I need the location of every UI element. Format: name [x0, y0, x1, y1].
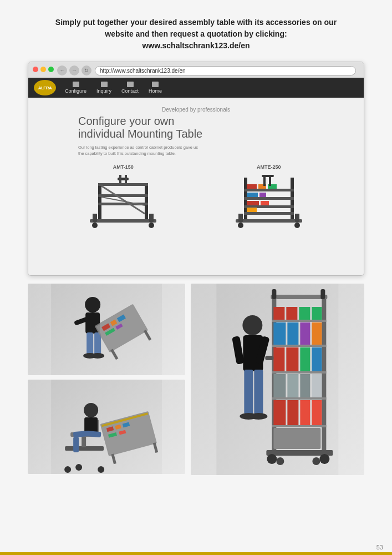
person-sitting-svg	[28, 380, 185, 474]
product-amte250-label: AMTE-250	[257, 164, 281, 170]
nav-contact[interactable]: Contact	[121, 82, 139, 94]
browser-mockup: ← → ↻ http://www.schaltschrank123.de/en …	[28, 62, 364, 276]
svg-point-114	[243, 315, 263, 335]
product-amt150-label: AMT-150	[113, 164, 134, 170]
svg-rect-14	[125, 175, 127, 183]
website-navbar: ALFRA Configure Inquiry Contact Home	[28, 78, 364, 98]
svg-rect-118	[266, 356, 274, 360]
minimize-button-dot[interactable]	[40, 67, 46, 72]
svg-rect-80	[271, 295, 328, 299]
photo-person-rack	[191, 284, 364, 475]
svg-rect-31	[247, 201, 259, 205]
svg-rect-91	[299, 307, 310, 320]
nav-contact-label: Contact	[121, 88, 139, 94]
svg-point-85	[320, 454, 330, 464]
svg-rect-107	[312, 374, 322, 397]
header-line3: www.schaltschrank123.de/en	[142, 41, 250, 50]
contact-icon	[127, 82, 134, 87]
svg-point-19	[294, 223, 300, 228]
svg-rect-94	[274, 322, 286, 345]
page: Simply put together your desired assembl…	[0, 0, 392, 555]
svg-point-44	[91, 353, 104, 359]
browser-traffic-lights	[33, 67, 54, 72]
svg-point-57	[64, 466, 71, 473]
svg-point-38	[85, 297, 100, 312]
svg-rect-102	[312, 347, 322, 371]
svg-rect-42	[94, 332, 101, 355]
svg-rect-1	[93, 214, 97, 222]
nav-inquiry[interactable]: Inquiry	[96, 82, 111, 94]
amt150-image	[87, 172, 159, 233]
svg-rect-6	[145, 183, 148, 219]
svg-rect-5	[98, 183, 101, 219]
svg-line-10	[101, 186, 145, 214]
header-line1: Simply put together your desired assembl…	[55, 18, 337, 27]
nav-inquiry-label: Inquiry	[96, 88, 111, 94]
person-rack-svg	[191, 284, 364, 475]
photos-left	[28, 284, 185, 474]
product-amt150: AMT-150	[87, 164, 159, 233]
home-icon	[152, 82, 159, 87]
nav-home-label: Home	[149, 88, 162, 94]
svg-point-55	[75, 464, 82, 471]
svg-rect-41	[86, 332, 93, 355]
svg-rect-119	[245, 370, 253, 414]
svg-rect-8	[98, 194, 148, 197]
address-bar[interactable]: http://www.schaltschrank123.de/en	[95, 66, 356, 75]
back-button[interactable]: ←	[57, 65, 67, 75]
forward-button[interactable]: →	[69, 65, 79, 75]
svg-rect-88	[272, 320, 327, 322]
svg-rect-26	[247, 184, 257, 189]
svg-rect-16	[238, 214, 243, 222]
header-text: Simply put together your desired assembl…	[33, 17, 359, 52]
svg-rect-92	[312, 307, 322, 320]
svg-rect-108	[272, 425, 327, 427]
inquiry-icon	[101, 82, 108, 87]
svg-rect-120	[254, 370, 263, 414]
svg-rect-33	[247, 208, 257, 212]
website-content: Developed by professionals Configure you…	[28, 98, 364, 275]
svg-rect-30	[259, 193, 266, 197]
svg-rect-23	[244, 197, 294, 200]
svg-rect-7	[98, 183, 148, 186]
svg-rect-106	[301, 374, 310, 397]
svg-rect-103	[272, 397, 327, 400]
svg-rect-17	[295, 214, 299, 222]
svg-rect-65	[73, 437, 79, 452]
nav-configure[interactable]: Configure	[65, 82, 86, 94]
svg-rect-36	[262, 175, 274, 177]
website-heading1: Configure your own	[45, 115, 347, 128]
product-amte250: AMTE-250	[233, 164, 305, 233]
svg-rect-113	[274, 428, 321, 449]
bottom-bar	[0, 552, 392, 555]
svg-rect-22	[244, 189, 294, 191]
website-tagline: Developed by professionals	[45, 107, 347, 113]
svg-point-122	[250, 413, 268, 420]
svg-point-3	[92, 223, 98, 228]
svg-rect-25	[244, 212, 294, 215]
browser-chrome: ← → ↻ http://www.schaltschrank123.de/en	[28, 62, 364, 78]
svg-point-62	[84, 403, 98, 417]
svg-point-56	[98, 466, 104, 473]
svg-rect-90	[287, 307, 298, 320]
website-heading2: individual Mounting Table	[45, 128, 347, 140]
configure-icon	[73, 82, 79, 87]
browser-toolbar: ← → ↻ http://www.schaltschrank123.de/en	[33, 65, 359, 75]
website-nav-items: Configure Inquiry Contact Home	[65, 82, 162, 94]
reload-button[interactable]: ↻	[82, 65, 91, 75]
svg-point-87	[313, 457, 320, 465]
svg-rect-96	[301, 322, 310, 345]
product-section: AMT-150	[45, 164, 347, 233]
svg-rect-101	[301, 347, 310, 371]
website-description: Our long lasting experience as control c…	[45, 145, 200, 157]
svg-point-4	[149, 223, 154, 228]
close-button-dot[interactable]	[33, 67, 38, 72]
svg-rect-104	[274, 374, 286, 397]
maximize-button-dot[interactable]	[48, 67, 54, 72]
svg-rect-109	[274, 400, 286, 425]
nav-home[interactable]: Home	[149, 82, 162, 94]
svg-rect-93	[272, 345, 327, 347]
svg-rect-81	[272, 289, 277, 299]
svg-rect-32	[261, 201, 269, 205]
amte250-image	[233, 172, 305, 233]
